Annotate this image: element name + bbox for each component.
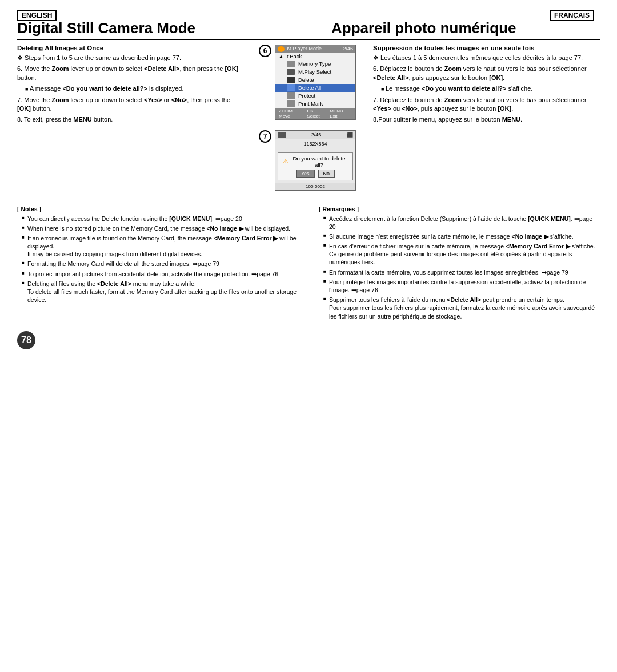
step6-sub-left: A message <Do you want to delete all?> i…	[25, 84, 244, 93]
step8-right: 8.Pour quitter le menu, appuyez sur le b…	[373, 115, 600, 124]
screen2-footer: 100-0002	[275, 183, 355, 190]
note-left-2: When there is no stored picture on the M…	[22, 224, 298, 232]
notes-section: [ Notes ] You can directly access the De…	[17, 201, 600, 322]
screen1-header: M.Player Mode 2/46	[275, 45, 355, 53]
notes-left: [ Notes ] You can directly access the De…	[17, 206, 298, 304]
note-right-6: Supprimer tous les fichiers à l'aide du …	[323, 296, 600, 320]
note-right-4: En formatant la carte mémoire, vous supp…	[323, 268, 600, 276]
note-left-5: To protect important pictures from accid…	[22, 270, 298, 278]
step6-sub-right: Le message <Do you want to delete all?> …	[381, 84, 600, 93]
left-column: Deleting All Images at Once ❖ Steps from…	[17, 45, 253, 127]
page-title-left: Digital Still Camera Mode	[17, 19, 303, 37]
note-left-4: Formatting the Memory Card will delete a…	[22, 260, 298, 268]
note-right-3: En cas d'erreur de fichier image sur la …	[323, 242, 600, 267]
step7-circle: 7	[259, 130, 271, 143]
screen2-resolution: 1152X864	[303, 141, 327, 147]
note-left-6: Deleting all files using the <Delete All…	[22, 280, 298, 304]
screen1: M.Player Mode 2/46 ▲ t Back Memory Type …	[275, 45, 356, 120]
screen2-counter: 2/46	[311, 132, 322, 138]
menu-item-back: ▲ t Back	[275, 53, 355, 60]
note-right-5: Pour protéger les images importantes con…	[323, 278, 600, 294]
notes-right-title: [ Remarques ]	[319, 206, 600, 212]
step-intro-left: ❖ Steps from 1 to 5 are the same as desc…	[17, 54, 244, 62]
step6-circle: 6	[259, 45, 271, 57]
screen2: 2/46 ⬛ 1152X864 ⚠ Do you want to delete …	[275, 130, 356, 191]
screen2-body: 1152X864 ⚠ Do you want to delete all? Ye…	[275, 139, 355, 183]
step6-left: 6. Move the Zoom lever up or down to sel…	[17, 65, 244, 82]
dialog-text: Do you want to delete all?	[290, 155, 348, 168]
screen1-footer: ZOOM Move OK Select MENU Exit	[275, 108, 355, 119]
note-left-3: If an erroneous image file is found on t…	[22, 234, 298, 259]
lang-label-right: FRANÇAIS	[314, 11, 600, 19]
screen1-mode: M.Player Mode	[278, 46, 322, 52]
page-number-badge: 78	[17, 331, 35, 349]
btn-no: No	[318, 170, 335, 178]
note-right-1: Accédez directement à la fonction Delete…	[323, 215, 600, 231]
menu-item-print: Print Mark	[275, 100, 355, 108]
btn-yes: Yes	[296, 170, 315, 178]
step8-left: 8. To exit, press the MENU button.	[17, 115, 244, 124]
menu-item-delete-all: Delete All	[275, 84, 355, 92]
screen1-counter: 2/46	[343, 46, 353, 52]
notes-left-title: [ Notes ]	[17, 206, 298, 212]
step7-right: 7. Déplacez le bouton de Zoom vers le ha…	[373, 96, 600, 114]
section-title-left: Deleting All Images at Once	[17, 45, 244, 51]
step6-right: 6. Déplacez le bouton de Zoom vers le ha…	[373, 65, 600, 82]
section-title-right: Suppression de toutes les images en une …	[373, 45, 600, 51]
right-column: Suppression de toutes les images en une …	[362, 45, 600, 127]
page-header: ENGLISH Digital Still Camera Mode FRANÇA…	[17, 11, 600, 40]
step7-row: 7 2/46 ⬛ 1152X864 ⚠ Do you want to delet…	[259, 130, 356, 191]
note-left-1: You can directly access the Delete funct…	[22, 215, 298, 223]
step-intro-right: ❖ Les étapes 1 à 5 demeurent les mêmes q…	[373, 54, 600, 62]
confirm-dialog: ⚠ Do you want to delete all? Yes No	[278, 152, 353, 180]
dialog-buttons: Yes No	[283, 170, 348, 178]
menu-item-delete: Delete	[275, 76, 355, 84]
notes-right: [ Remarques ] Accédez directement à la f…	[319, 206, 600, 320]
screen2-header: 2/46 ⬛	[275, 131, 355, 139]
menu-item-play-select: M.Play Select	[275, 68, 355, 76]
page-number-section: 78	[17, 331, 600, 349]
center-panel: 6 M.Player Mode 2/46 ▲ t Back Memory T	[253, 45, 362, 193]
step7-left: 7. Move the Zoom lever up or down to sel…	[17, 96, 244, 114]
menu-item-memory: Memory Type	[275, 60, 355, 68]
page-title-right: Appareil photo numérique	[314, 19, 600, 37]
note-right-2: Si aucune image n'est enregistrée sur la…	[323, 232, 600, 240]
lang-label-left: ENGLISH	[17, 11, 303, 19]
menu-item-protect: Protect	[275, 92, 355, 100]
step6-row: 6 M.Player Mode 2/46 ▲ t Back Memory T	[259, 45, 356, 120]
